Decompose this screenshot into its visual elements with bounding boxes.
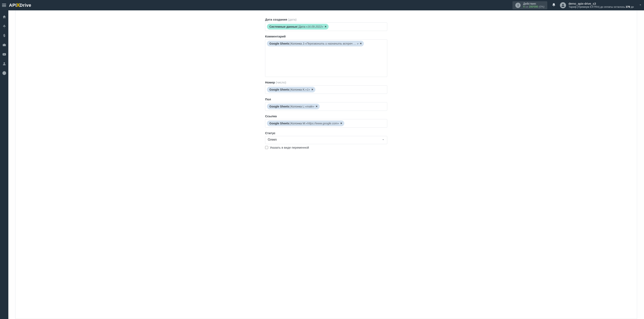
status-value: Green xyxy=(268,138,277,142)
menu-toggle-button[interactable] xyxy=(1,2,7,8)
chip-remove-icon[interactable]: ✕ xyxy=(311,88,313,92)
logo-api: API xyxy=(9,3,17,8)
user-text: demo_apix-drive_s3 Тариф |Премиум EXTRA|… xyxy=(568,2,634,8)
user-name: demo_apix-drive_s3 xyxy=(568,2,634,5)
chip-remove-icon[interactable]: ✕ xyxy=(316,104,318,108)
checkbox-input[interactable] xyxy=(265,146,268,149)
field-comment: КомментарийGoogle Sheets | Колонка J: «П… xyxy=(265,34,387,77)
field-input[interactable]: Google Sheets | Колонка J: «Перезвонить … xyxy=(265,39,387,77)
chip-remove-icon[interactable]: ✕ xyxy=(324,25,326,29)
chip-value: «Перезвонить и назначить встреч … » xyxy=(305,42,358,46)
status-as-variable-checkbox[interactable]: Указать в виде переменной xyxy=(265,146,387,149)
sidebar-item-help[interactable] xyxy=(0,70,8,76)
field-link: СсылкаGoogle Sheets | Колонка M: «https:… xyxy=(265,114,387,128)
field-date_created: Дата создания (дата)Системные данные | Д… xyxy=(265,18,387,31)
svg-point-0 xyxy=(562,4,564,5)
svg-point-3 xyxy=(4,74,4,74)
user-tariff: Тариф |Премиум EXTRA| до оплаты осталось… xyxy=(568,6,634,8)
field-status: СтатусGreenУказать в виде переменной xyxy=(265,131,387,149)
avatar-icon xyxy=(560,2,566,8)
actions-title: Действия: xyxy=(523,2,544,5)
info-icon: i xyxy=(515,3,520,8)
field-label: Пол xyxy=(265,98,387,101)
chip-remove-icon[interactable]: ✕ xyxy=(340,121,342,126)
sidebar-item-billing[interactable] xyxy=(0,33,8,38)
main-content: Дата создания (дата)Системные данные | Д… xyxy=(8,10,644,319)
field-input[interactable]: Google Sheets | Колонка M: «https://www.… xyxy=(265,119,387,128)
field-gender: ПолGoogle Sheets | Колонка L: «male»✕ xyxy=(265,98,387,111)
variable-chip[interactable]: Google Sheets | Колонка L: «male»✕ xyxy=(267,104,320,109)
sidebar-item-account[interactable] xyxy=(0,61,8,66)
field-number: Номер (число)Google Sheets | Колонка K: … xyxy=(265,80,387,94)
chip-value: «https://www.google.com» xyxy=(306,121,339,126)
field-input[interactable]: Системные данные | Дата: «16.09.2022»✕ xyxy=(265,22,387,31)
actions-sub: 4 из 200'000 (0%) xyxy=(523,5,544,8)
user-menu[interactable]: demo_apix-drive_s3 Тариф |Премиум EXTRA|… xyxy=(560,2,642,8)
form-card: Дата создания (дата)Системные данные | Д… xyxy=(15,10,637,319)
chevron-down-icon xyxy=(639,3,642,7)
chip-remove-icon[interactable]: ✕ xyxy=(360,42,362,46)
chip-value: «1» xyxy=(306,88,310,92)
svg-point-1 xyxy=(4,62,5,64)
logo[interactable]: API X Drive xyxy=(9,2,31,8)
field-label: Комментарий xyxy=(265,34,387,38)
field-label: Статус xyxy=(265,131,387,135)
variable-chip[interactable]: Системные данные | Дата: «16.09.2022»✕ xyxy=(267,24,328,30)
logo-x: X xyxy=(16,2,20,8)
actions-counter[interactable]: i Действия: 4 из 200'000 (0%) xyxy=(512,1,547,9)
sidebar-item-connections[interactable] xyxy=(0,24,8,29)
sidebar-item-services[interactable] xyxy=(0,42,8,48)
field-label: Ссылка xyxy=(265,114,387,118)
field-label: Дата создания (дата) xyxy=(265,18,387,21)
checkbox-label: Указать в виде переменной xyxy=(270,146,309,149)
variable-chip[interactable]: Google Sheets | Колонка M: «https://www.… xyxy=(267,120,344,126)
sidebar-item-home[interactable] xyxy=(0,14,8,20)
sidebar xyxy=(0,10,8,319)
variable-chip[interactable]: Google Sheets | Колонка J: «Перезвонить … xyxy=(267,41,364,46)
chip-value: «male» xyxy=(305,104,314,108)
variable-chip[interactable]: Google Sheets | Колонка K: «1»✕ xyxy=(267,87,316,92)
field-label: Номер (число) xyxy=(265,80,387,84)
status-select[interactable]: Green xyxy=(265,136,387,144)
topbar: API X Drive i Действия: 4 из 200'000 (0%… xyxy=(0,0,644,10)
field-input[interactable]: Google Sheets | Колонка K: «1»✕ xyxy=(265,85,387,94)
field-input[interactable]: Google Sheets | Колонка L: «male»✕ xyxy=(265,102,387,111)
logo-drive: Drive xyxy=(20,3,31,8)
notifications-button[interactable] xyxy=(551,3,557,8)
sidebar-item-youtube[interactable] xyxy=(0,52,8,57)
chip-value: «16.09.2022» xyxy=(306,25,323,29)
